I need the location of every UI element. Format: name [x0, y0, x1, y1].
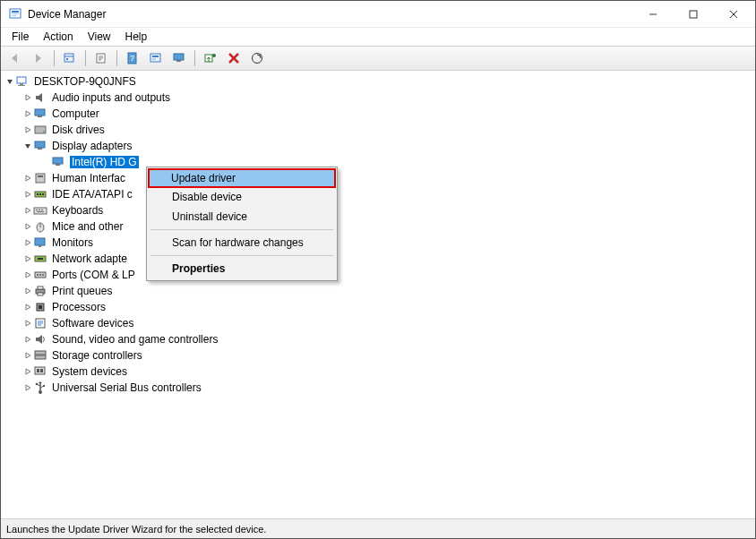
tree-item-label: Ports (COM & LP — [52, 269, 135, 281]
context-menu-item[interactable]: Scan for hardware changes — [149, 233, 335, 252]
svg-rect-54 — [38, 258, 43, 260]
expand-icon[interactable] — [22, 304, 33, 311]
minimize-button[interactable] — [632, 1, 673, 27]
tree-item[interactable]: Sound, video and game controllers — [1, 331, 755, 347]
display-button[interactable] — [168, 48, 190, 68]
expand-icon[interactable] — [22, 110, 33, 117]
mouse-icon — [33, 219, 47, 234]
tree-item[interactable]: Software devices — [1, 315, 755, 331]
update-driver-button[interactable] — [200, 48, 221, 68]
svg-rect-70 — [35, 367, 45, 374]
printer-icon — [33, 284, 47, 298]
expand-icon[interactable] — [22, 352, 33, 359]
svg-rect-68 — [35, 351, 46, 355]
view-button[interactable] — [145, 48, 167, 68]
tree-root[interactable]: DESKTOP-9Q0JNFS — [1, 73, 755, 90]
svg-rect-35 — [38, 148, 42, 150]
svg-rect-72 — [40, 369, 43, 372]
expand-icon[interactable] — [22, 271, 33, 278]
display-icon — [51, 155, 65, 169]
svg-rect-21 — [176, 60, 181, 62]
collapse-icon[interactable] — [22, 142, 33, 150]
tree-item[interactable]: Intel(R) HD G — [1, 154, 755, 170]
show-hidden-button[interactable] — [59, 48, 81, 68]
tree-item[interactable]: Storage controllers — [1, 347, 755, 364]
tree-item[interactable]: Computer — [1, 106, 755, 122]
tree-item-label: Processors — [52, 301, 106, 313]
context-menu-item[interactable]: Update driver — [148, 168, 336, 188]
titlebar: Device Manager — [1, 1, 755, 28]
tree-item[interactable]: Mice and other — [1, 218, 755, 235]
tree-item[interactable]: Display adapters — [1, 138, 755, 154]
cpu-icon — [33, 300, 47, 314]
toolbar-separator — [194, 50, 195, 66]
tree-item[interactable]: Processors — [1, 299, 755, 315]
tree-item[interactable]: Universal Serial Bus controllers — [1, 380, 755, 396]
expand-icon[interactable] — [22, 207, 33, 214]
tree-item-label: Intel(R) HD G — [70, 156, 139, 168]
expand-icon[interactable] — [22, 191, 33, 198]
forward-button[interactable] — [28, 48, 49, 68]
expand-icon[interactable] — [22, 223, 33, 230]
window-title: Device Manager — [28, 8, 632, 21]
collapse-icon[interactable] — [4, 78, 15, 85]
scan-hardware-button[interactable] — [246, 48, 268, 68]
toolbar-separator — [54, 50, 55, 66]
tree-item[interactable]: Print queues — [1, 283, 755, 299]
context-menu-item[interactable]: Disable device — [149, 187, 335, 207]
properties-button[interactable] — [90, 48, 112, 68]
expand-icon[interactable] — [22, 175, 33, 182]
svg-rect-18 — [152, 56, 159, 57]
expand-icon[interactable] — [22, 255, 33, 262]
expand-icon[interactable] — [22, 126, 33, 133]
expand-icon[interactable] — [22, 94, 33, 101]
tree-item[interactable]: Human Interfac — [1, 170, 755, 186]
svg-rect-52 — [39, 245, 41, 247]
toolbar-separator — [116, 50, 117, 66]
menu-file[interactable]: File — [4, 30, 36, 43]
expand-icon[interactable] — [22, 368, 33, 375]
status-text: Launches the Update Driver Wizard for th… — [6, 524, 266, 535]
tree-item[interactable]: Audio inputs and outputs — [1, 90, 755, 106]
svg-rect-28 — [20, 83, 23, 85]
svg-rect-48 — [37, 211, 44, 212]
display-icon — [33, 139, 47, 153]
context-menu-separator — [150, 229, 333, 230]
tree-item[interactable]: System devices — [1, 364, 755, 380]
uninstall-button[interactable] — [223, 48, 245, 68]
expand-icon[interactable] — [22, 336, 33, 343]
menu-view[interactable]: View — [81, 30, 118, 43]
expand-icon[interactable] — [22, 287, 33, 295]
context-menu-item[interactable]: Properties — [149, 259, 335, 278]
tree-item[interactable]: Ports (COM & LP — [1, 267, 755, 283]
tree-item[interactable]: Keyboards — [1, 202, 755, 218]
help-button[interactable]: ? — [122, 48, 143, 68]
svg-rect-8 — [64, 54, 73, 62]
tree-item[interactable]: Monitors — [1, 235, 755, 251]
svg-rect-5 — [690, 11, 697, 18]
expand-icon[interactable] — [22, 320, 33, 327]
window-controls — [632, 1, 753, 27]
window: Device Manager File Action View Help ? D… — [0, 0, 756, 539]
audio-icon — [33, 90, 47, 105]
disk-icon — [33, 123, 47, 137]
menu-action[interactable]: Action — [36, 30, 80, 43]
svg-rect-39 — [38, 175, 43, 177]
context-menu-item[interactable]: Uninstall device — [149, 207, 335, 227]
device-tree[interactable]: DESKTOP-9Q0JNFSAudio inputs and outputsC… — [1, 71, 755, 518]
tree-item[interactable]: Network adapte — [1, 251, 755, 267]
close-button[interactable] — [713, 1, 753, 27]
expand-icon[interactable] — [22, 384, 33, 391]
tree-item[interactable]: Disk drives — [1, 122, 755, 138]
expand-icon[interactable] — [22, 239, 33, 246]
svg-rect-10 — [66, 58, 68, 60]
back-button[interactable] — [4, 48, 26, 68]
svg-point-56 — [37, 274, 39, 276]
menu-help[interactable]: Help — [118, 30, 155, 43]
svg-rect-1 — [12, 11, 19, 13]
tree-item-label: IDE ATA/ATAPI c — [52, 188, 133, 201]
software-icon — [33, 316, 47, 330]
tree-item[interactable]: IDE ATA/ATAPI c — [1, 186, 755, 202]
maximize-button[interactable] — [673, 1, 713, 27]
svg-rect-78 — [43, 385, 45, 387]
